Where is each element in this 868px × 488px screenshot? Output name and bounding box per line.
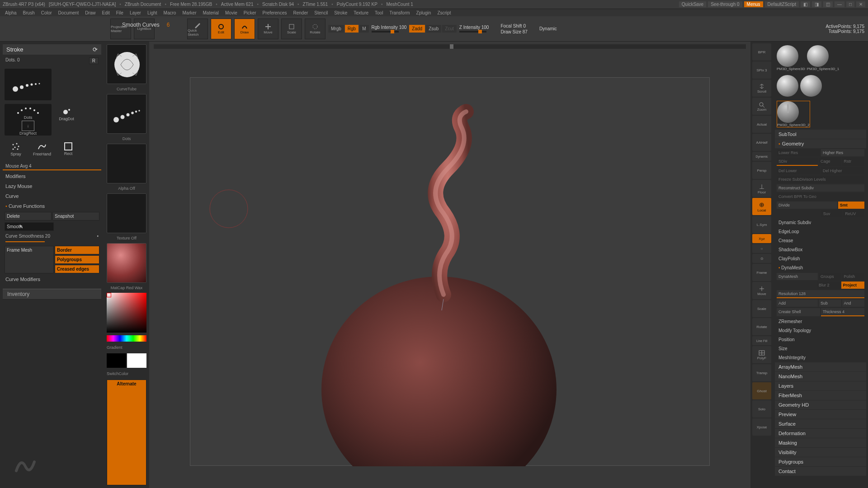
claypolish-section[interactable]: ClayPolish <box>775 254 866 263</box>
stroke-thumb[interactable] <box>107 94 146 134</box>
alternate-button[interactable]: Alternate <box>107 380 146 485</box>
window-icon[interactable]: ◫ <box>823 1 833 7</box>
minimize-icon[interactable]: — <box>835 1 844 7</box>
color-picker[interactable] <box>107 293 146 333</box>
stroke-dots[interactable] <box>5 69 52 100</box>
curve-modifiers-section[interactable]: Curve Modifiers <box>3 275 101 283</box>
del-higher-button[interactable]: Del Higher <box>821 167 864 174</box>
stroke-header[interactable]: Stroke ⟳ <box>3 44 101 55</box>
draw-size-slider[interactable]: Draw Size 87 <box>500 29 527 34</box>
rotate-button[interactable]: Rotate <box>305 19 326 39</box>
polish-button[interactable]: Polish <box>842 273 865 280</box>
shadowbox-section[interactable]: ShadowBox <box>775 245 866 254</box>
rstr-button[interactable]: Rstr <box>842 158 865 166</box>
menu-edit[interactable]: Edit <box>99 10 113 15</box>
divide-button[interactable]: Divide <box>777 202 837 209</box>
quicksave-button[interactable]: QuickSave <box>679 1 706 7</box>
quick-sketch-button[interactable]: Quick Sketch <box>187 19 208 39</box>
deformation-header[interactable]: Deformation <box>775 429 866 438</box>
switchcolor-button[interactable]: SwitchColor <box>106 371 129 377</box>
preview-header[interactable]: Preview <box>775 410 866 419</box>
surface-header[interactable]: Surface <box>775 419 866 428</box>
fibermesh-header[interactable]: FiberMesh <box>775 391 866 400</box>
nanomesh-header[interactable]: NanoMesh <box>775 372 866 381</box>
visibility-header[interactable]: Visibility <box>775 448 866 457</box>
menu-transform[interactable]: Transform <box>386 10 413 15</box>
alpha-thumb[interactable] <box>107 144 146 183</box>
zcut-button[interactable]: Zcut <box>442 25 456 33</box>
z-intensity-track[interactable] <box>459 31 486 33</box>
meshintegrity-section[interactable]: MeshIntegrity <box>775 353 866 362</box>
window-icon[interactable]: ◨ <box>812 1 821 7</box>
menu-picker[interactable]: Picker <box>241 10 259 15</box>
stroke-dragdot[interactable]: DragDot <box>55 104 78 124</box>
dynamesh-button[interactable]: DynaMesh <box>777 273 818 280</box>
move-button[interactable]: Move <box>258 19 278 39</box>
spix-button[interactable]: SPix 3 <box>752 61 771 79</box>
freeze-subdiv-button[interactable]: Freeze SubDivison Levels <box>777 176 864 183</box>
sdiv-slider[interactable]: SDiv <box>777 158 818 166</box>
tool-thumb-active[interactable] <box>777 101 799 123</box>
stroke-rect[interactable]: Rect <box>57 139 80 159</box>
suv-button[interactable]: Suv <box>821 210 843 217</box>
menu-document[interactable]: Document <box>55 10 82 15</box>
r-button[interactable]: R <box>89 57 99 64</box>
menu-alpha[interactable]: Alpha <box>2 10 20 15</box>
bpr-button[interactable]: BPR <box>752 43 771 61</box>
resuv-button[interactable]: ReUV <box>843 210 864 217</box>
ghost-button[interactable]: Ghost <box>752 382 771 399</box>
menu-marker[interactable]: Marker <box>179 10 199 15</box>
menu-render[interactable]: Render <box>290 10 311 15</box>
sub-button[interactable]: Sub <box>819 300 841 307</box>
geometry-hd-header[interactable]: Geometry HD <box>775 400 866 409</box>
contact-header[interactable]: Contact <box>775 467 866 476</box>
frame-mesh-button[interactable]: Frame Mesh <box>5 246 54 273</box>
smt-button[interactable]: Smt <box>838 202 864 209</box>
crease-section[interactable]: Crease <box>775 236 866 245</box>
dynamic-subdiv-section[interactable]: Dynamic Subdiv <box>775 218 866 227</box>
local-button[interactable]: ⊕Local <box>752 198 771 215</box>
aahalf-button[interactable]: AAHalf <box>752 134 771 151</box>
menu-file[interactable]: File <box>113 10 127 15</box>
geometry-header[interactable]: •Geometry <box>775 139 866 148</box>
gradient-label[interactable]: Gradient <box>106 344 123 351</box>
frame-button[interactable]: Frame <box>752 264 771 281</box>
dragrect-icon-box[interactable]: ↓ <box>22 121 34 131</box>
size-section[interactable]: Size <box>775 344 866 353</box>
close-icon[interactable]: ✕ <box>856 1 865 7</box>
maximize-icon[interactable]: □ <box>846 1 854 7</box>
reconstruct-button[interactable]: Reconstruct Subdiv <box>777 184 864 192</box>
position-section[interactable]: Position <box>775 335 866 344</box>
solo-button[interactable]: Solo <box>752 400 771 418</box>
smoothness-track[interactable] <box>5 241 45 242</box>
curve-functions-section[interactable]: Curve Functions <box>3 202 101 210</box>
timeline-strip[interactable] <box>154 44 746 49</box>
draw-button[interactable]: Draw <box>234 19 255 39</box>
menu-layer[interactable]: Layer <box>127 10 144 15</box>
blur-slider[interactable]: Blur 2 <box>817 282 840 289</box>
tool-thumb[interactable] <box>777 75 798 97</box>
polygroups-button[interactable]: Polygroups <box>55 255 99 264</box>
mrgb-button[interactable]: Mrgb <box>328 25 344 33</box>
convert-bpr-button[interactable]: Convert BPR To Geo <box>777 193 864 200</box>
edit-button[interactable]: Edit <box>211 19 231 39</box>
cursor-cross[interactable]: ⊙ <box>752 254 771 263</box>
edgeloop-section[interactable]: EdgeLoop <box>775 227 866 236</box>
zoom-button[interactable]: Zoom <box>752 98 771 115</box>
stroke-spray[interactable]: Spray <box>5 139 27 159</box>
delete-button[interactable]: Delete <box>5 212 52 221</box>
tool-thumb[interactable] <box>807 45 829 67</box>
del-lower-button[interactable]: Del Lower <box>777 167 820 174</box>
rgb-intensity-track[interactable] <box>372 31 399 33</box>
floor-button[interactable]: ⊥Floor <box>752 180 771 197</box>
menu-material[interactable]: Material <box>200 10 222 15</box>
scroll-button[interactable]: Scroll <box>752 80 771 97</box>
stroke-dots-alt[interactable]: Dots ↓ DragRect <box>5 104 52 136</box>
canvas[interactable] <box>190 77 710 466</box>
z-intensity-slider[interactable]: Z Intensity 100 <box>459 25 489 30</box>
menu-zscript[interactable]: Zscript <box>434 10 454 15</box>
tool-thumb[interactable] <box>800 75 822 97</box>
menu-light[interactable]: Light <box>144 10 160 15</box>
actual-button[interactable]: Actual <box>752 116 771 133</box>
window-icon[interactable]: ◧ <box>801 1 810 7</box>
